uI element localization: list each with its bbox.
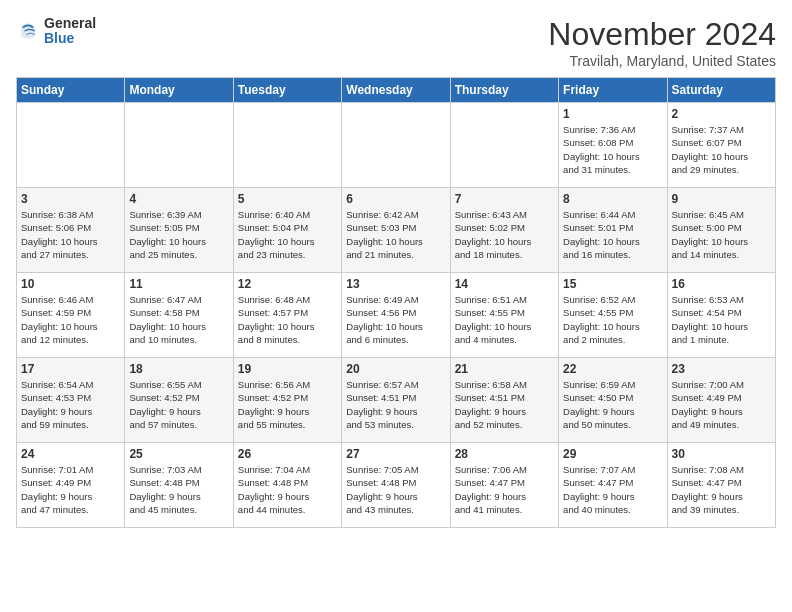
day-info: Sunrise: 7:06 AM Sunset: 4:47 PM Dayligh…: [455, 463, 554, 516]
calendar-cell: [342, 103, 450, 188]
calendar-cell: 20Sunrise: 6:57 AM Sunset: 4:51 PM Dayli…: [342, 358, 450, 443]
weekday-header: Tuesday: [233, 78, 341, 103]
day-number: 17: [21, 362, 120, 376]
day-number: 28: [455, 447, 554, 461]
day-info: Sunrise: 7:08 AM Sunset: 4:47 PM Dayligh…: [672, 463, 771, 516]
day-number: 16: [672, 277, 771, 291]
day-info: Sunrise: 6:48 AM Sunset: 4:57 PM Dayligh…: [238, 293, 337, 346]
day-number: 24: [21, 447, 120, 461]
logo: General Blue: [16, 16, 96, 47]
calendar-table: SundayMondayTuesdayWednesdayThursdayFrid…: [16, 77, 776, 528]
day-number: 9: [672, 192, 771, 206]
day-info: Sunrise: 6:58 AM Sunset: 4:51 PM Dayligh…: [455, 378, 554, 431]
day-info: Sunrise: 7:36 AM Sunset: 6:08 PM Dayligh…: [563, 123, 662, 176]
calendar-cell: 6Sunrise: 6:42 AM Sunset: 5:03 PM Daylig…: [342, 188, 450, 273]
calendar-cell: 9Sunrise: 6:45 AM Sunset: 5:00 PM Daylig…: [667, 188, 775, 273]
day-number: 11: [129, 277, 228, 291]
day-info: Sunrise: 6:43 AM Sunset: 5:02 PM Dayligh…: [455, 208, 554, 261]
day-number: 29: [563, 447, 662, 461]
calendar-cell: 25Sunrise: 7:03 AM Sunset: 4:48 PM Dayli…: [125, 443, 233, 528]
calendar-week-row: 10Sunrise: 6:46 AM Sunset: 4:59 PM Dayli…: [17, 273, 776, 358]
day-number: 10: [21, 277, 120, 291]
calendar-cell: 11Sunrise: 6:47 AM Sunset: 4:58 PM Dayli…: [125, 273, 233, 358]
weekday-header: Wednesday: [342, 78, 450, 103]
calendar-cell: [17, 103, 125, 188]
day-info: Sunrise: 7:05 AM Sunset: 4:48 PM Dayligh…: [346, 463, 445, 516]
day-info: Sunrise: 6:40 AM Sunset: 5:04 PM Dayligh…: [238, 208, 337, 261]
day-number: 14: [455, 277, 554, 291]
calendar-cell: 27Sunrise: 7:05 AM Sunset: 4:48 PM Dayli…: [342, 443, 450, 528]
day-number: 27: [346, 447, 445, 461]
day-info: Sunrise: 6:59 AM Sunset: 4:50 PM Dayligh…: [563, 378, 662, 431]
day-number: 8: [563, 192, 662, 206]
calendar-week-row: 17Sunrise: 6:54 AM Sunset: 4:53 PM Dayli…: [17, 358, 776, 443]
location: Travilah, Maryland, United States: [548, 53, 776, 69]
logo-blue: Blue: [44, 31, 96, 46]
calendar-cell: 18Sunrise: 6:55 AM Sunset: 4:52 PM Dayli…: [125, 358, 233, 443]
calendar-cell: 8Sunrise: 6:44 AM Sunset: 5:01 PM Daylig…: [559, 188, 667, 273]
title-block: November 2024 Travilah, Maryland, United…: [548, 16, 776, 69]
day-number: 13: [346, 277, 445, 291]
day-info: Sunrise: 7:03 AM Sunset: 4:48 PM Dayligh…: [129, 463, 228, 516]
day-info: Sunrise: 7:37 AM Sunset: 6:07 PM Dayligh…: [672, 123, 771, 176]
calendar-cell: 2Sunrise: 7:37 AM Sunset: 6:07 PM Daylig…: [667, 103, 775, 188]
calendar-cell: 1Sunrise: 7:36 AM Sunset: 6:08 PM Daylig…: [559, 103, 667, 188]
calendar-header-row: SundayMondayTuesdayWednesdayThursdayFrid…: [17, 78, 776, 103]
weekday-header: Thursday: [450, 78, 558, 103]
day-number: 18: [129, 362, 228, 376]
day-number: 22: [563, 362, 662, 376]
day-info: Sunrise: 7:04 AM Sunset: 4:48 PM Dayligh…: [238, 463, 337, 516]
weekday-header: Sunday: [17, 78, 125, 103]
calendar-cell: 21Sunrise: 6:58 AM Sunset: 4:51 PM Dayli…: [450, 358, 558, 443]
day-info: Sunrise: 6:57 AM Sunset: 4:51 PM Dayligh…: [346, 378, 445, 431]
logo-general: General: [44, 16, 96, 31]
weekday-header: Friday: [559, 78, 667, 103]
calendar-cell: 10Sunrise: 6:46 AM Sunset: 4:59 PM Dayli…: [17, 273, 125, 358]
day-number: 23: [672, 362, 771, 376]
day-number: 1: [563, 107, 662, 121]
day-info: Sunrise: 6:38 AM Sunset: 5:06 PM Dayligh…: [21, 208, 120, 261]
day-info: Sunrise: 6:52 AM Sunset: 4:55 PM Dayligh…: [563, 293, 662, 346]
calendar-cell: 15Sunrise: 6:52 AM Sunset: 4:55 PM Dayli…: [559, 273, 667, 358]
calendar-cell: 4Sunrise: 6:39 AM Sunset: 5:05 PM Daylig…: [125, 188, 233, 273]
calendar-week-row: 1Sunrise: 7:36 AM Sunset: 6:08 PM Daylig…: [17, 103, 776, 188]
weekday-header: Saturday: [667, 78, 775, 103]
day-number: 6: [346, 192, 445, 206]
calendar-cell: [450, 103, 558, 188]
calendar-week-row: 3Sunrise: 6:38 AM Sunset: 5:06 PM Daylig…: [17, 188, 776, 273]
calendar-cell: [233, 103, 341, 188]
day-info: Sunrise: 6:51 AM Sunset: 4:55 PM Dayligh…: [455, 293, 554, 346]
calendar-cell: 16Sunrise: 6:53 AM Sunset: 4:54 PM Dayli…: [667, 273, 775, 358]
calendar-cell: 28Sunrise: 7:06 AM Sunset: 4:47 PM Dayli…: [450, 443, 558, 528]
calendar-cell: 5Sunrise: 6:40 AM Sunset: 5:04 PM Daylig…: [233, 188, 341, 273]
day-info: Sunrise: 6:56 AM Sunset: 4:52 PM Dayligh…: [238, 378, 337, 431]
calendar-cell: 30Sunrise: 7:08 AM Sunset: 4:47 PM Dayli…: [667, 443, 775, 528]
day-number: 15: [563, 277, 662, 291]
calendar-cell: 12Sunrise: 6:48 AM Sunset: 4:57 PM Dayli…: [233, 273, 341, 358]
day-info: Sunrise: 6:47 AM Sunset: 4:58 PM Dayligh…: [129, 293, 228, 346]
calendar-cell: 14Sunrise: 6:51 AM Sunset: 4:55 PM Dayli…: [450, 273, 558, 358]
day-number: 26: [238, 447, 337, 461]
calendar-cell: 29Sunrise: 7:07 AM Sunset: 4:47 PM Dayli…: [559, 443, 667, 528]
day-number: 12: [238, 277, 337, 291]
month-title: November 2024: [548, 16, 776, 53]
calendar-cell: 24Sunrise: 7:01 AM Sunset: 4:49 PM Dayli…: [17, 443, 125, 528]
calendar-cell: [125, 103, 233, 188]
day-info: Sunrise: 6:42 AM Sunset: 5:03 PM Dayligh…: [346, 208, 445, 261]
calendar-cell: 22Sunrise: 6:59 AM Sunset: 4:50 PM Dayli…: [559, 358, 667, 443]
calendar-cell: 7Sunrise: 6:43 AM Sunset: 5:02 PM Daylig…: [450, 188, 558, 273]
day-number: 25: [129, 447, 228, 461]
day-info: Sunrise: 6:46 AM Sunset: 4:59 PM Dayligh…: [21, 293, 120, 346]
day-number: 4: [129, 192, 228, 206]
day-info: Sunrise: 7:07 AM Sunset: 4:47 PM Dayligh…: [563, 463, 662, 516]
calendar-week-row: 24Sunrise: 7:01 AM Sunset: 4:49 PM Dayli…: [17, 443, 776, 528]
page-header: General Blue November 2024 Travilah, Mar…: [16, 16, 776, 69]
day-number: 19: [238, 362, 337, 376]
calendar-cell: 19Sunrise: 6:56 AM Sunset: 4:52 PM Dayli…: [233, 358, 341, 443]
calendar-cell: 17Sunrise: 6:54 AM Sunset: 4:53 PM Dayli…: [17, 358, 125, 443]
day-info: Sunrise: 6:45 AM Sunset: 5:00 PM Dayligh…: [672, 208, 771, 261]
calendar-cell: 3Sunrise: 6:38 AM Sunset: 5:06 PM Daylig…: [17, 188, 125, 273]
day-info: Sunrise: 7:00 AM Sunset: 4:49 PM Dayligh…: [672, 378, 771, 431]
calendar-cell: 23Sunrise: 7:00 AM Sunset: 4:49 PM Dayli…: [667, 358, 775, 443]
day-number: 20: [346, 362, 445, 376]
